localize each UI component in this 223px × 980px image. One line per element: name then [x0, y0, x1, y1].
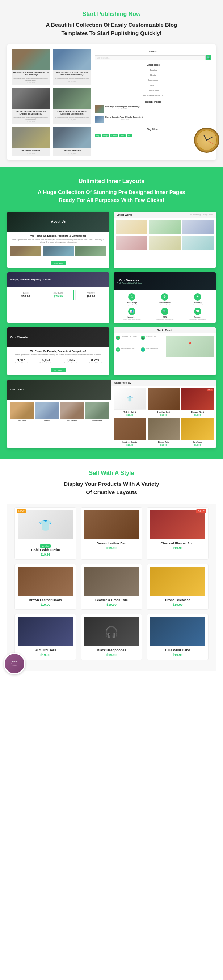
- pricing-plan-basic: BASIC $59.99: [10, 290, 41, 300]
- team-member-2-image: [35, 402, 59, 418]
- shop-item-belt: Leather Belt $19.99: [148, 388, 180, 416]
- blog-card-4-image: [53, 88, 91, 110]
- team-members-grid: John Smith Jane Doe Mike Johnson Sa: [7, 399, 111, 425]
- pricing-body: BASIC $59.99 STANDARD $79.99 PREMIUM $99…: [7, 287, 109, 303]
- category-identity[interactable]: Identity: [95, 74, 212, 77]
- tag-seo[interactable]: SEO: [127, 134, 133, 137]
- about-learn-more-btn[interactable]: Learn More: [51, 261, 66, 265]
- blog-card-2-image: [53, 49, 91, 70]
- web-icon: 🌐: [141, 347, 145, 352]
- shop-item-boots-name: Leather Boots: [114, 441, 146, 443]
- clients-get-started-btn[interactable]: Get Started: [51, 368, 66, 372]
- address-icon: 📍: [116, 336, 120, 340]
- shop-item-shirt-image: SALE: [181, 388, 213, 410]
- recent-post-2: How to Organize Your Office for Producti…: [95, 116, 212, 123]
- team-member-3-name: Mike Johnson: [60, 420, 83, 422]
- service-desc-1: Lorem ipsum dolor sit amet: [117, 304, 148, 305]
- service-item-3: ★ Branding Lorem ipsum dolor sit amet: [182, 293, 213, 305]
- shop-section-title: Sell With A Style: [7, 470, 216, 476]
- blog-card-1-text: Lorem ipsum dolor sit amet consectetur a…: [11, 77, 50, 81]
- recent-post-2-title: How to Organize Your Office for Producti…: [105, 116, 144, 118]
- service-desc-6: Lorem ipsum dolor sit amet: [182, 318, 213, 320]
- full-shop-tshirt-name: T-Shirt With a Print: [18, 548, 73, 552]
- shop-item-tote: Brass Tote $19.99: [148, 418, 180, 446]
- category-web[interactable]: Web & Web Applications: [95, 94, 212, 97]
- clock-decoration: [194, 127, 220, 153]
- blog-card-2-text: Lorem ipsum dolor sit amet consectetur a…: [53, 77, 91, 80]
- contact-web: 🌐 www.example.com: [141, 347, 164, 358]
- full-shop-item-belt: Brown Leather Belt $19.99: [81, 507, 143, 560]
- full-shop-otono-price: $19.99: [150, 603, 205, 606]
- map-marker-icon: 📍: [187, 342, 193, 347]
- services-header: Our Services Quick, Smart & Great Soluti…: [114, 272, 216, 290]
- layouts-section-subtitle: A Huge Collection Of Stunning Pre Design…: [7, 188, 216, 204]
- services-subtitle: Quick, Smart & Great Solutions: [117, 282, 141, 284]
- shop-item-tote-price: $19.99: [148, 444, 180, 446]
- shop-item-boots-price: $19.99: [114, 444, 146, 446]
- shop-item-briefcase-price: $19.99: [181, 444, 213, 446]
- blog-card-1-title: Four ways to cheer yourself up on Blue M…: [11, 70, 50, 77]
- blog-card-6-date: Jan 15, 2018: [53, 153, 91, 156]
- shop-item-tshirt-name: T-Shirt Print: [114, 411, 146, 413]
- plan-standard-name: STANDARD: [45, 292, 72, 294]
- contact-address: 📍 123 Street, City, Country: [116, 336, 139, 346]
- shop-preview-grid: 👕 T-Shirt Print $19.99 Leather Belt $19.…: [111, 386, 216, 448]
- add-to-cart-tshirt[interactable]: Add to Cart: [40, 544, 51, 547]
- tshirt-icon: 👕: [114, 388, 146, 409]
- about-us-header: About Us: [7, 212, 109, 232]
- team-member-4-image: [85, 402, 109, 418]
- category-collaboration[interactable]: Collaboration: [95, 89, 212, 92]
- tag-web[interactable]: Web: [119, 134, 125, 137]
- shop-item-belt-price: $19.99: [148, 414, 180, 416]
- shop-item-shirt-price: $19.99: [181, 414, 213, 416]
- clients-body: We Focus On Brands, Products & Campaigns…: [7, 347, 109, 375]
- recent-post-1: Four ways to cheer up on Blue Monday! Ja…: [95, 105, 212, 113]
- tag-creative[interactable]: Creative: [110, 134, 119, 137]
- about-img-3: [75, 246, 106, 256]
- pricing-card: Simple, Intuitive, Expertly Crafted. BAS…: [7, 272, 109, 323]
- full-shop-bracelet-image: [150, 617, 205, 646]
- full-shop-belt-image: [84, 511, 140, 539]
- lw-item-3: [182, 220, 213, 234]
- category-engagement[interactable]: Engagement: [95, 79, 212, 82]
- pricing-plan-premium: PREMIUM $99.99: [75, 290, 106, 300]
- lw-item-5: [149, 236, 180, 250]
- contact-body: 📍 123 Street, City, Country 📞 +1 234 567…: [114, 333, 216, 360]
- full-shop-trousers-image: [18, 617, 73, 646]
- about-img-2: [43, 246, 74, 256]
- blog-card-6: Conference Room Jan 15, 2018: [53, 127, 91, 156]
- shop-item-briefcase-name: Briefcase: [181, 441, 213, 443]
- blog-card-3-text: Lorem ipsum dolor sit amet consectetur a…: [11, 116, 50, 120]
- blog-card-5-image: [11, 127, 50, 148]
- service-desc-5: Lorem ipsum dolor sit amet: [149, 318, 180, 320]
- stat-1-label: Positive • Motivated: [10, 362, 32, 364]
- service-item-1: ⬡ Web Design Lorem ipsum dolor sit amet: [117, 293, 148, 305]
- plan-premium-price: $99.99: [77, 295, 104, 298]
- plan-basic-price: $59.99: [12, 295, 39, 298]
- blog-card-4-text: Lorem ipsum dolor sit amet consectetur a…: [53, 116, 91, 118]
- full-shop-section: NEW 👕 Add to Cart T-Shirt With a Print $…: [7, 504, 216, 671]
- category-design[interactable]: Design: [95, 84, 212, 87]
- services-body: ⬡ Web Design Lorem ipsum dolor sit amet …: [114, 290, 216, 323]
- blog-card-2-title: How to Organize Your Office for Maximum …: [53, 70, 91, 77]
- sale-badge-shirt: SALE: [196, 509, 206, 513]
- blog-card-1: Four ways to cheer yourself up on Blue M…: [11, 49, 50, 85]
- blog-card-2-date: Jan 15, 2018: [53, 80, 91, 83]
- full-shop-bracelet-price: $19.99: [150, 653, 205, 657]
- full-shop-boots-name: Brown Leather Boots: [18, 598, 73, 602]
- shop-item-belt-name: Leather Belt: [148, 411, 180, 413]
- category-branding[interactable]: Branding: [95, 68, 212, 72]
- tag-blog[interactable]: Blog: [95, 134, 101, 137]
- sidebar-search-button[interactable]: 🔍: [205, 55, 212, 60]
- layouts-section-title: Unlimited Inner Layouts: [7, 178, 216, 185]
- full-shop-boots-price: $19.99: [18, 603, 73, 606]
- tag-design[interactable]: Design: [102, 134, 109, 137]
- blog-card-3-image: [11, 88, 50, 110]
- team-member-4: Sarah Williams: [85, 402, 109, 422]
- blog-card-4-title: 7 Signs You're Not A Good UX Designer Ne…: [53, 110, 91, 116]
- sidebar-search-input[interactable]: type to search...: [95, 55, 205, 60]
- stat-2-label: Positive • Motivated: [35, 362, 57, 364]
- team-member-1-name: John Smith: [10, 420, 34, 422]
- about-tagline: We Focus On Brands, Products & Campaigns…: [10, 234, 106, 237]
- clients-stats: 3,314 Positive • Motivated 5,154 Positiv…: [10, 358, 106, 364]
